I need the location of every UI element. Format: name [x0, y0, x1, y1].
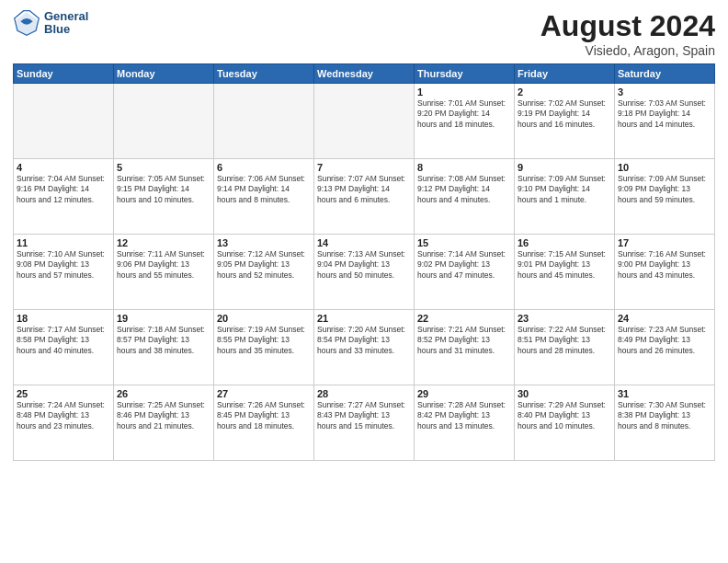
day-cell — [314, 84, 415, 159]
day-cell: 10Sunrise: 7:09 AM Sunset: 9:09 PM Dayli… — [615, 159, 715, 235]
location: Visiedo, Aragon, Spain — [540, 43, 715, 58]
day-info: Sunrise: 7:15 AM Sunset: 9:01 PM Dayligh… — [518, 249, 611, 281]
day-number: 17 — [618, 237, 711, 248]
day-number: 19 — [117, 313, 210, 324]
day-cell: 21Sunrise: 7:20 AM Sunset: 8:54 PM Dayli… — [314, 310, 415, 385]
day-info: Sunrise: 7:28 AM Sunset: 8:42 PM Dayligh… — [417, 400, 511, 431]
day-info: Sunrise: 7:23 AM Sunset: 8:49 PM Dayligh… — [618, 325, 711, 356]
day-info: Sunrise: 7:22 AM Sunset: 8:51 PM Dayligh… — [518, 325, 611, 356]
day-cell: 24Sunrise: 7:23 AM Sunset: 8:49 PM Dayli… — [615, 310, 715, 385]
day-info: Sunrise: 7:19 AM Sunset: 8:55 PM Dayligh… — [217, 325, 311, 356]
day-cell: 28Sunrise: 7:27 AM Sunset: 8:43 PM Dayli… — [314, 385, 415, 461]
day-cell: 11Sunrise: 7:10 AM Sunset: 9:08 PM Dayli… — [14, 235, 114, 310]
day-info: Sunrise: 7:24 AM Sunset: 8:48 PM Dayligh… — [17, 400, 110, 431]
day-cell: 27Sunrise: 7:26 AM Sunset: 8:45 PM Dayli… — [214, 385, 314, 461]
day-info: Sunrise: 7:12 AM Sunset: 9:05 PM Dayligh… — [217, 249, 311, 281]
day-number: 12 — [117, 237, 210, 248]
title-block: August 2024 Visiedo, Aragon, Spain — [540, 9, 715, 58]
day-cell: 1Sunrise: 7:01 AM Sunset: 9:20 PM Daylig… — [415, 84, 515, 159]
day-cell: 25Sunrise: 7:24 AM Sunset: 8:48 PM Dayli… — [14, 385, 114, 461]
day-cell: 3Sunrise: 7:03 AM Sunset: 9:18 PM Daylig… — [615, 84, 715, 159]
month-title: August 2024 — [540, 9, 715, 43]
day-info: Sunrise: 7:09 AM Sunset: 9:10 PM Dayligh… — [518, 174, 611, 205]
day-cell: 26Sunrise: 7:25 AM Sunset: 8:46 PM Dayli… — [114, 385, 214, 461]
day-number: 23 — [518, 313, 611, 324]
day-cell: 7Sunrise: 7:07 AM Sunset: 9:13 PM Daylig… — [314, 159, 415, 235]
day-info: Sunrise: 7:14 AM Sunset: 9:02 PM Dayligh… — [417, 249, 511, 281]
day-number: 18 — [17, 313, 110, 324]
day-number: 28 — [317, 388, 411, 399]
day-cell: 13Sunrise: 7:12 AM Sunset: 9:05 PM Dayli… — [214, 235, 314, 310]
day-cell: 23Sunrise: 7:22 AM Sunset: 8:51 PM Dayli… — [515, 310, 615, 385]
week-row-4: 25Sunrise: 7:24 AM Sunset: 8:48 PM Dayli… — [14, 385, 715, 461]
day-cell: 2Sunrise: 7:02 AM Sunset: 9:19 PM Daylig… — [515, 84, 615, 159]
day-number: 30 — [518, 388, 611, 399]
day-number: 9 — [518, 162, 611, 173]
day-number: 8 — [417, 162, 511, 173]
day-number: 25 — [17, 388, 110, 399]
day-info: Sunrise: 7:01 AM Sunset: 9:20 PM Dayligh… — [417, 98, 511, 130]
day-number: 6 — [217, 162, 311, 173]
day-info: Sunrise: 7:11 AM Sunset: 9:06 PM Dayligh… — [117, 249, 210, 281]
day-cell: 16Sunrise: 7:15 AM Sunset: 9:01 PM Dayli… — [515, 235, 615, 310]
logo-line2: Blue — [44, 23, 88, 36]
day-cell — [114, 84, 214, 159]
day-info: Sunrise: 7:20 AM Sunset: 8:54 PM Dayligh… — [317, 325, 411, 356]
day-number: 11 — [17, 237, 110, 248]
day-number: 16 — [518, 237, 611, 248]
weekday-header-row: SundayMondayTuesdayWednesdayThursdayFrid… — [14, 64, 715, 84]
weekday-header-tuesday: Tuesday — [214, 64, 314, 84]
day-info: Sunrise: 7:21 AM Sunset: 8:52 PM Dayligh… — [417, 325, 511, 356]
day-info: Sunrise: 7:09 AM Sunset: 9:09 PM Dayligh… — [618, 174, 711, 205]
weekday-header-friday: Friday — [515, 64, 615, 84]
day-number: 21 — [317, 313, 411, 324]
day-number: 22 — [417, 313, 511, 324]
weekday-header-wednesday: Wednesday — [314, 64, 415, 84]
day-cell: 15Sunrise: 7:14 AM Sunset: 9:02 PM Dayli… — [415, 235, 515, 310]
day-cell: 19Sunrise: 7:18 AM Sunset: 8:57 PM Dayli… — [114, 310, 214, 385]
day-cell: 4Sunrise: 7:04 AM Sunset: 9:16 PM Daylig… — [14, 159, 114, 235]
day-cell: 18Sunrise: 7:17 AM Sunset: 8:58 PM Dayli… — [14, 310, 114, 385]
day-cell: 5Sunrise: 7:05 AM Sunset: 9:15 PM Daylig… — [114, 159, 214, 235]
day-cell: 29Sunrise: 7:28 AM Sunset: 8:42 PM Dayli… — [415, 385, 515, 461]
day-info: Sunrise: 7:25 AM Sunset: 8:46 PM Dayligh… — [117, 400, 210, 431]
day-cell — [214, 84, 314, 159]
weekday-header-saturday: Saturday — [615, 64, 715, 84]
day-info: Sunrise: 7:29 AM Sunset: 8:40 PM Dayligh… — [518, 400, 611, 431]
day-number: 7 — [317, 162, 411, 173]
day-info: Sunrise: 7:06 AM Sunset: 9:14 PM Dayligh… — [217, 174, 311, 205]
day-number: 26 — [117, 388, 210, 399]
day-cell: 22Sunrise: 7:21 AM Sunset: 8:52 PM Dayli… — [415, 310, 515, 385]
day-cell: 14Sunrise: 7:13 AM Sunset: 9:04 PM Dayli… — [314, 235, 415, 310]
logo-line1: General — [44, 10, 88, 23]
day-info: Sunrise: 7:27 AM Sunset: 8:43 PM Dayligh… — [317, 400, 411, 431]
day-number: 1 — [417, 86, 511, 98]
day-info: Sunrise: 7:18 AM Sunset: 8:57 PM Dayligh… — [117, 325, 210, 356]
day-cell: 20Sunrise: 7:19 AM Sunset: 8:55 PM Dayli… — [214, 310, 314, 385]
logo-icon — [13, 9, 40, 37]
day-info: Sunrise: 7:03 AM Sunset: 9:18 PM Dayligh… — [618, 98, 711, 130]
day-cell: 30Sunrise: 7:29 AM Sunset: 8:40 PM Dayli… — [515, 385, 615, 461]
day-info: Sunrise: 7:13 AM Sunset: 9:04 PM Dayligh… — [317, 249, 411, 281]
day-info: Sunrise: 7:30 AM Sunset: 8:38 PM Dayligh… — [618, 400, 711, 431]
day-number: 13 — [217, 237, 311, 248]
weekday-header-monday: Monday — [114, 64, 214, 84]
day-info: Sunrise: 7:02 AM Sunset: 9:19 PM Dayligh… — [518, 98, 611, 130]
day-number: 5 — [117, 162, 210, 173]
day-number: 15 — [417, 237, 511, 248]
logo-text: General Blue — [44, 10, 88, 37]
week-row-1: 4Sunrise: 7:04 AM Sunset: 9:16 PM Daylig… — [14, 159, 715, 235]
day-number: 3 — [618, 86, 711, 98]
day-cell: 6Sunrise: 7:06 AM Sunset: 9:14 PM Daylig… — [214, 159, 314, 235]
day-info: Sunrise: 7:04 AM Sunset: 9:16 PM Dayligh… — [17, 174, 110, 205]
day-number: 20 — [217, 313, 311, 324]
logo: General Blue — [13, 9, 88, 37]
day-info: Sunrise: 7:10 AM Sunset: 9:08 PM Dayligh… — [17, 249, 110, 281]
weekday-header-sunday: Sunday — [14, 64, 114, 84]
day-cell: 9Sunrise: 7:09 AM Sunset: 9:10 PM Daylig… — [515, 159, 615, 235]
day-cell — [14, 84, 114, 159]
day-cell: 17Sunrise: 7:16 AM Sunset: 9:00 PM Dayli… — [615, 235, 715, 310]
header: General Blue August 2024 Visiedo, Aragon… — [13, 9, 715, 58]
day-cell: 8Sunrise: 7:08 AM Sunset: 9:12 PM Daylig… — [415, 159, 515, 235]
weekday-header-thursday: Thursday — [415, 64, 515, 84]
